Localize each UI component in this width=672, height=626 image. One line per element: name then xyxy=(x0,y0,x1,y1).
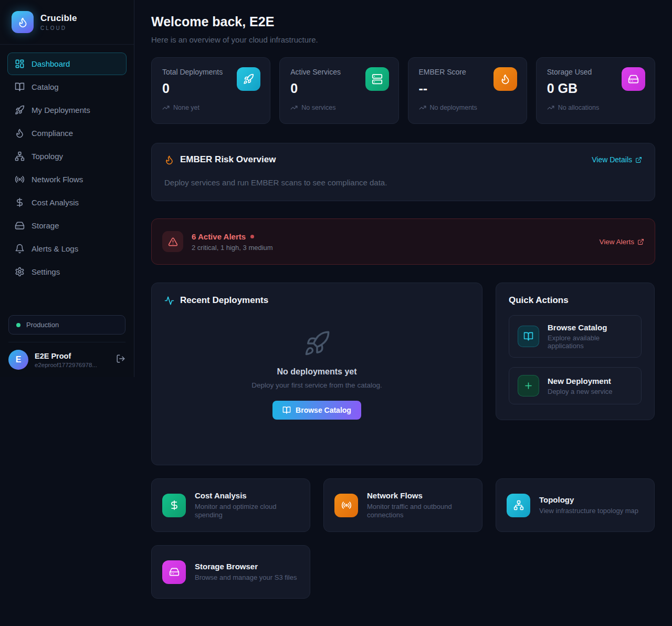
alerts-title: 6 Active Alerts xyxy=(192,232,246,241)
server-icon xyxy=(365,67,389,91)
risk-overview-description: Deploy services and run EMBER scans to s… xyxy=(164,178,642,187)
feature-subtitle: View infrastructure topology map xyxy=(539,507,638,515)
rocket-icon xyxy=(303,330,331,357)
trending-up-icon xyxy=(547,104,554,111)
stat-note: No deployments xyxy=(430,104,477,111)
topology-icon xyxy=(507,494,530,517)
brand-logo xyxy=(12,11,34,33)
rocket-icon xyxy=(15,105,25,115)
book-open-icon xyxy=(518,326,539,347)
sidebar-item-network-flows[interactable]: Network Flows xyxy=(7,168,127,191)
feature-title: Storage Browser xyxy=(195,562,297,571)
alert-triangle-icon xyxy=(162,231,183,252)
sidebar-item-label: Network Flows xyxy=(32,175,83,184)
stat-card-ember-score: EMBER Score -- No deployments xyxy=(408,57,527,124)
flame-icon xyxy=(17,17,28,28)
brand: Crucible CLOUD xyxy=(0,0,134,45)
browse-catalog-button[interactable]: Browse Catalog xyxy=(272,401,361,420)
empty-state-title: No deployments yet xyxy=(277,367,356,377)
risk-overview-title: EMBER Risk Overview xyxy=(180,154,276,165)
topology-icon xyxy=(15,151,25,161)
stats-row: Total Deployments 0 None yet Active Serv… xyxy=(151,57,655,124)
environment-selector[interactable]: Production xyxy=(8,315,125,335)
stat-note: None yet xyxy=(173,104,200,111)
hard-drive-icon xyxy=(622,67,645,91)
stat-card-total-deployments: Total Deployments 0 None yet xyxy=(151,57,270,124)
quick-action-browse-catalog[interactable]: Browse Catalog Explore available applica… xyxy=(509,315,642,358)
sidebar-nav: Dashboard Catalog My Deployments Complia… xyxy=(0,45,134,284)
feature-card-network-flows[interactable]: Network Flows Monitor traffic and outbou… xyxy=(323,478,482,532)
quick-action-title: New Deployment xyxy=(548,377,613,385)
hard-drive-icon xyxy=(15,221,25,231)
sidebar-item-my-deployments[interactable]: My Deployments xyxy=(7,99,127,121)
sidebar-item-label: Compliance xyxy=(32,129,73,138)
avatar: E xyxy=(8,350,28,370)
feature-card-cost-analysis[interactable]: Cost Analysis Monitor and optimize cloud… xyxy=(151,478,310,532)
external-link-icon xyxy=(637,238,644,245)
sidebar-item-label: Catalog xyxy=(32,82,59,91)
feature-card-topology[interactable]: Topology View infrastructure topology ma… xyxy=(496,478,655,532)
alerts-detail: 2 critical, 1 high, 3 medium xyxy=(192,244,273,252)
logout-button[interactable] xyxy=(116,354,125,366)
stat-note: No services xyxy=(301,104,335,111)
active-alerts-banner[interactable]: 6 Active Alerts 2 critical, 1 high, 3 me… xyxy=(151,218,655,265)
gear-icon xyxy=(15,267,25,277)
view-details-link[interactable]: View Details xyxy=(592,155,642,164)
recent-deployments-panel: Recent Deployments No deployments yet De… xyxy=(151,283,482,465)
rocket-icon xyxy=(237,67,260,91)
activity-icon xyxy=(164,296,174,306)
feature-title: Topology xyxy=(539,495,638,504)
feature-card-storage-browser[interactable]: Storage Browser Browse and manage your S… xyxy=(151,545,310,599)
page-title: Welcome back, E2E xyxy=(151,14,655,29)
dollar-icon xyxy=(15,197,25,207)
sidebar-item-dashboard[interactable]: Dashboard xyxy=(7,53,127,75)
bell-icon xyxy=(15,244,25,254)
trending-up-icon xyxy=(290,104,298,111)
trending-up-icon xyxy=(419,104,426,111)
sidebar-bottom: Production E E2E Proof e2eproof177297697… xyxy=(0,315,134,377)
view-alerts-link[interactable]: View Alerts xyxy=(599,238,644,246)
radio-icon xyxy=(334,494,358,517)
sidebar-item-catalog[interactable]: Catalog xyxy=(7,76,127,98)
hard-drive-icon xyxy=(162,560,186,584)
flame-icon xyxy=(494,67,517,91)
external-link-icon xyxy=(635,156,642,163)
book-open-icon xyxy=(15,82,25,92)
quick-action-subtitle: Explore available applications xyxy=(548,334,633,350)
sidebar-item-label: Alerts & Logs xyxy=(32,244,78,253)
sidebar-item-storage[interactable]: Storage xyxy=(7,214,127,237)
quick-action-new-deployment[interactable]: New Deployment Deploy a new service xyxy=(509,367,642,404)
feature-title: Network Flows xyxy=(367,491,471,500)
sidebar-item-compliance[interactable]: Compliance xyxy=(7,122,127,144)
alert-pulse-dot xyxy=(250,235,254,238)
sidebar-item-cost-analysis[interactable]: Cost Analysis xyxy=(7,191,127,214)
feature-subtitle: Browse and manage your S3 files xyxy=(195,573,297,582)
brand-name: Crucible xyxy=(40,13,77,24)
log-out-icon xyxy=(116,354,125,363)
stat-note: No allocations xyxy=(558,104,600,111)
user-id: e2eproof1772976978... xyxy=(35,362,97,368)
quick-actions-title: Quick Actions xyxy=(509,295,642,306)
deployments-empty-state: No deployments yet Deploy your first ser… xyxy=(164,306,469,453)
sidebar-item-label: Storage xyxy=(32,221,59,230)
sidebar-item-label: Topology xyxy=(32,152,63,161)
sidebar-item-label: Settings xyxy=(32,267,60,276)
flame-icon xyxy=(164,155,174,165)
brand-tagline: CLOUD xyxy=(40,25,77,31)
page-subtitle: Here is an overview of your cloud infras… xyxy=(151,35,655,44)
trending-up-icon xyxy=(162,104,170,111)
quick-action-subtitle: Deploy a new service xyxy=(548,388,613,395)
environment-label: Production xyxy=(26,321,59,329)
dashboard-icon xyxy=(15,59,25,69)
sidebar: Crucible CLOUD Dashboard Catalog My Depl… xyxy=(0,0,134,377)
environment-status-dot xyxy=(16,323,20,327)
quick-actions-panel: Quick Actions Browse Catalog Explore ava… xyxy=(496,283,655,420)
stat-card-storage-used: Storage Used 0 GB No allocations xyxy=(536,57,655,124)
quick-action-title: Browse Catalog xyxy=(548,323,633,332)
sidebar-item-topology[interactable]: Topology xyxy=(7,145,127,168)
main-content: Welcome back, E2E Here is an overview of… xyxy=(134,0,672,614)
sidebar-item-alerts-logs[interactable]: Alerts & Logs xyxy=(7,237,127,260)
sidebar-item-label: My Deployments xyxy=(32,106,90,114)
empty-state-subtitle: Deploy your first service from the catal… xyxy=(251,381,382,389)
sidebar-item-settings[interactable]: Settings xyxy=(7,260,127,283)
